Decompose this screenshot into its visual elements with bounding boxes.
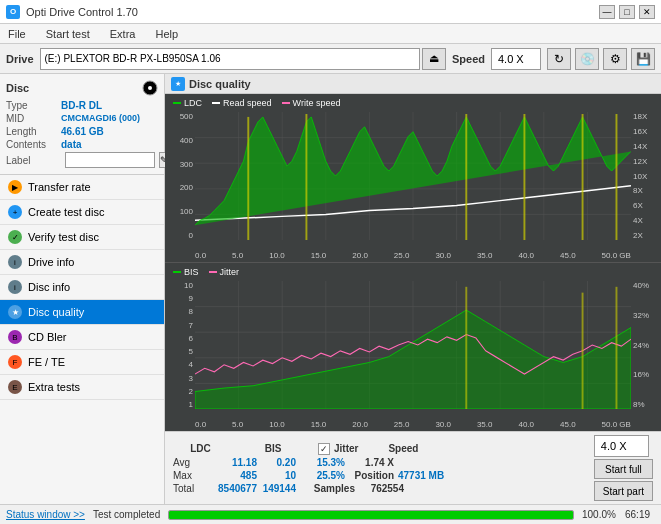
start-part-button[interactable]: Start part — [594, 481, 653, 501]
avg-row: Avg 11.18 0.20 15.3% 1.74 X — [173, 457, 444, 468]
jitter-legend-item: Jitter — [209, 267, 240, 277]
samples-value: 762554 — [359, 483, 404, 494]
stats-headers: LDC BIS ✓ Jitter Speed — [173, 443, 444, 455]
jitter-header-row: ✓ Jitter — [318, 443, 358, 455]
status-percent: 100.0% — [582, 509, 617, 520]
drive-label: Drive — [6, 53, 34, 65]
status-window-button[interactable]: Status window >> — [6, 509, 85, 520]
start-full-button[interactable]: Start full — [594, 459, 653, 479]
bis-svg-chart — [195, 281, 631, 409]
speed-select-box[interactable]: 4.0 X — [491, 48, 541, 70]
disc-quality-title: Disc quality — [189, 78, 251, 90]
stats-left: LDC BIS ✓ Jitter Speed Avg 11.18 0.20 15… — [173, 443, 444, 494]
bis-y-axis-right: 40% 32% 24% 16% 8% — [631, 281, 661, 409]
ldc-y-axis-left: 500 400 300 200 100 0 — [165, 112, 195, 240]
write-speed-legend-item: Write speed — [282, 98, 341, 108]
speed-header: Speed — [378, 443, 428, 455]
menu-extra[interactable]: Extra — [106, 27, 140, 41]
stats-bar: LDC BIS ✓ Jitter Speed Avg 11.18 0.20 15… — [165, 431, 661, 504]
sidebar-item-create-test-disc[interactable]: + Create test disc — [0, 200, 164, 225]
samples-label: Samples — [300, 483, 355, 494]
menu-help[interactable]: Help — [151, 27, 182, 41]
disc-contents-row: Contents data — [6, 139, 158, 150]
disc-panel-title: Disc — [6, 82, 29, 94]
jitter-checkbox[interactable]: ✓ — [318, 443, 330, 455]
disc-label-label: Label — [6, 155, 61, 166]
disc-type-row: Type BD-R DL — [6, 100, 158, 111]
menu-file[interactable]: File — [4, 27, 30, 41]
sidebar-item-verify-test-disc[interactable]: ✓ Verify test disc — [0, 225, 164, 250]
status-progress-container — [168, 510, 574, 520]
title-bar-controls: — □ ✕ — [599, 5, 655, 19]
disc-mid-label: MID — [6, 113, 61, 124]
extra-tests-label: Extra tests — [28, 381, 80, 393]
bis-total-value: 149144 — [261, 483, 296, 494]
sidebar: Disc Type BD-R DL MID CMCMAGDI6 (000) Le… — [0, 74, 165, 504]
max-row: Max 485 10 25.5% Position 47731 MB — [173, 470, 444, 481]
sidebar-item-extra-tests[interactable]: E Extra tests — [0, 375, 164, 400]
nav-items: ▶ Transfer rate + Create test disc ✓ Ver… — [0, 175, 164, 504]
max-label: Max — [173, 470, 208, 481]
sidebar-item-disc-info[interactable]: i Disc info — [0, 275, 164, 300]
sidebar-item-disc-quality[interactable]: ★ Disc quality — [0, 300, 164, 325]
bis-legend-dot — [173, 271, 181, 273]
menu-bar: File Start test Extra Help — [0, 24, 661, 44]
bis-avg-value: 0.20 — [261, 457, 296, 468]
disc-quality-label: Disc quality — [28, 306, 84, 318]
title-bar: O Opti Drive Control 1.70 — □ ✕ — [0, 0, 661, 24]
drive-select: (E:) PLEXTOR BD-R PX-LB950SA 1.06 ⏏ — [40, 48, 446, 70]
ldc-y-axis-right: 18X 16X 14X 12X 10X 8X 6X 4X 2X — [631, 112, 661, 240]
create-test-disc-label: Create test disc — [28, 206, 104, 218]
ldc-total-value: 8540677 — [212, 483, 257, 494]
disc-icon — [142, 80, 158, 96]
maximize-button[interactable]: □ — [619, 5, 635, 19]
bis-x-axis: 0.0 5.0 10.0 15.0 20.0 25.0 30.0 35.0 40… — [195, 420, 631, 429]
jitter-legend-dot — [209, 271, 217, 273]
status-time: 66:19 — [625, 509, 655, 520]
ldc-header: LDC — [173, 443, 228, 455]
sidebar-item-drive-info[interactable]: i Drive info — [0, 250, 164, 275]
total-row: Total 8540677 149144 Samples 762554 — [173, 483, 444, 494]
drive-toolbar-icons: ↻ 💿 ⚙ 💾 — [547, 48, 655, 70]
speed-label: Speed — [452, 53, 485, 65]
verify-test-disc-label: Verify test disc — [28, 231, 99, 243]
minimize-button[interactable]: — — [599, 5, 615, 19]
close-button[interactable]: ✕ — [639, 5, 655, 19]
bis-header: BIS — [248, 443, 298, 455]
settings-button[interactable]: ⚙ — [603, 48, 627, 70]
bis-max-value: 10 — [261, 470, 296, 481]
save-button[interactable]: 💾 — [631, 48, 655, 70]
disc-mid-value: CMCMAGDI6 (000) — [61, 113, 140, 124]
eject-button[interactable]: ⏏ — [422, 48, 446, 70]
drive-select-box[interactable]: (E:) PLEXTOR BD-R PX-LB950SA 1.06 — [40, 48, 420, 70]
disc-panel-header: Disc — [6, 80, 158, 96]
bis-y-axis-left: 10 9 8 7 6 5 4 3 2 1 — [165, 281, 195, 409]
app-icon: O — [6, 5, 20, 19]
status-bar: Status window >> Test completed 100.0% 6… — [0, 504, 661, 524]
transfer-rate-label: Transfer rate — [28, 181, 91, 193]
write-speed-legend-dot — [282, 102, 290, 104]
disc-quality-header-icon: ★ — [171, 77, 185, 91]
disc-button[interactable]: 💿 — [575, 48, 599, 70]
menu-start-test[interactable]: Start test — [42, 27, 94, 41]
disc-type-label: Type — [6, 100, 61, 111]
position-value: 47731 MB — [398, 470, 444, 481]
disc-length-value: 46.61 GB — [61, 126, 104, 137]
drive-bar: Drive (E:) PLEXTOR BD-R PX-LB950SA 1.06 … — [0, 44, 661, 74]
sidebar-item-transfer-rate[interactable]: ▶ Transfer rate — [0, 175, 164, 200]
stats-speed-select[interactable]: 4.0 X — [594, 435, 649, 457]
sidebar-item-cd-bler[interactable]: B CD Bler — [0, 325, 164, 350]
charts-area: LDC Read speed Write speed 500 400 300 — [165, 94, 661, 431]
status-progress-bar — [169, 511, 573, 519]
sidebar-item-fe-te[interactable]: F FE / TE — [0, 350, 164, 375]
disc-length-label: Length — [6, 126, 61, 137]
jitter-max-value: 25.5% — [300, 470, 345, 481]
read-speed-legend-dot — [212, 102, 220, 104]
ldc-avg-value: 11.18 — [212, 457, 257, 468]
total-label: Total — [173, 483, 208, 494]
stats-right: 4.0 X Start full Start part — [594, 435, 653, 501]
disc-panel: Disc Type BD-R DL MID CMCMAGDI6 (000) Le… — [0, 74, 164, 175]
fe-te-icon: F — [8, 355, 22, 369]
refresh-button[interactable]: ↻ — [547, 48, 571, 70]
disc-label-input[interactable] — [65, 152, 155, 168]
